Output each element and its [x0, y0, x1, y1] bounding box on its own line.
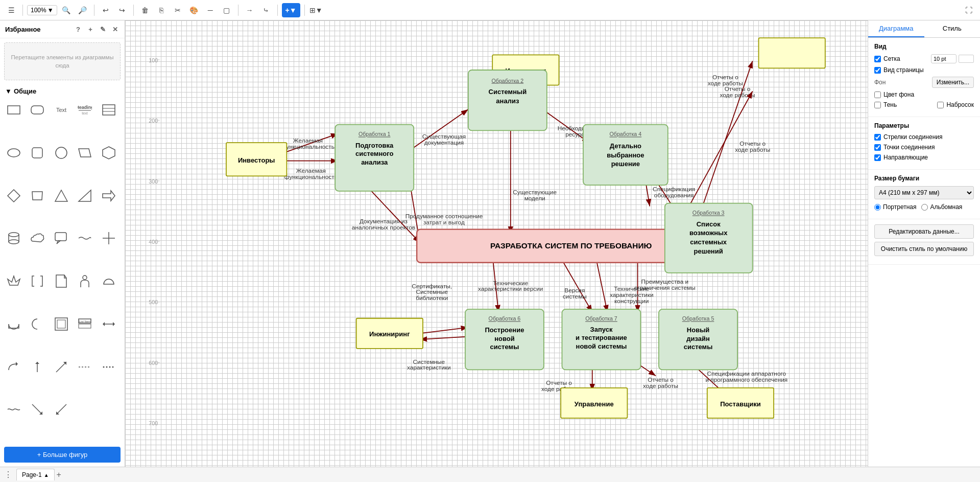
zoom-control[interactable]: 100% ▼: [27, 5, 57, 15]
tab-menu-icon[interactable]: ⋮: [4, 470, 12, 479]
arrows-checkbox[interactable]: Стрелки соединения: [874, 133, 942, 141]
shape-parallelogram[interactable]: [75, 143, 94, 163]
shape-trapezoid[interactable]: [28, 186, 47, 205]
edit-data-btn[interactable]: Редактировать данные...: [874, 224, 974, 239]
arrows-check[interactable]: [874, 134, 881, 141]
shape-triangle[interactable]: [52, 186, 71, 205]
points-check[interactable]: [874, 144, 881, 151]
shape-double-arrow[interactable]: [99, 314, 118, 334]
fullscreen-btn[interactable]: ⛶: [962, 3, 976, 17]
shape-half-circle[interactable]: [4, 314, 23, 334]
shape-curved-arrow[interactable]: [4, 357, 23, 377]
shape-arrow-up[interactable]: [28, 357, 47, 377]
tab-diagram[interactable]: Диаграмма: [868, 20, 924, 37]
shape-cloud[interactable]: [28, 228, 47, 248]
arrow-btn[interactable]: →: [243, 3, 257, 17]
shape-callout[interactable]: [52, 228, 71, 248]
shape-heading[interactable]: Headingtext: [75, 100, 94, 120]
shape-rectangle[interactable]: [4, 100, 23, 120]
delete-btn[interactable]: 🗑: [138, 3, 152, 17]
shape-rounded-square[interactable]: [28, 143, 47, 163]
shape-dots-line[interactable]: [99, 357, 118, 377]
shape-star[interactable]: [4, 271, 23, 291]
edit-icon[interactable]: ✎: [98, 25, 107, 34]
shape-text[interactable]: Text: [52, 100, 71, 120]
shape-rounded-rect[interactable]: [28, 100, 47, 120]
page-tabs: ⋮ Page-1 ▲ +: [0, 467, 980, 482]
shape-wave[interactable]: [4, 400, 23, 419]
waypoint-btn[interactable]: ⤷: [259, 3, 273, 17]
guides-check[interactable]: [874, 154, 881, 161]
tab-style[interactable]: Стиль: [924, 20, 981, 37]
guides-checkbox[interactable]: Направляющие: [874, 154, 928, 161]
landscape-radio-label[interactable]: Альбомная: [921, 203, 962, 211]
shape-cylinder[interactable]: [4, 228, 23, 248]
menu-btn[interactable]: ☰: [4, 3, 18, 17]
help-icon[interactable]: ?: [74, 25, 83, 34]
shape-dotted-line[interactable]: [75, 357, 94, 377]
shape-arrow-diagonal[interactable]: [52, 357, 71, 377]
shape-bracket[interactable]: [28, 271, 47, 291]
svg-text:оборудования: оборудования: [654, 192, 694, 199]
cut-btn[interactable]: ✂: [171, 3, 185, 17]
bg-color-checkbox[interactable]: Цвет фона: [874, 91, 914, 98]
shape-moon[interactable]: [28, 314, 47, 334]
svg-marker-36: [16, 362, 18, 366]
add-icon[interactable]: +: [86, 25, 95, 34]
sketch-check[interactable]: [937, 102, 944, 108]
shape-right-triangle[interactable]: [75, 186, 94, 205]
shape-doc[interactable]: [52, 271, 71, 291]
grid-check-input[interactable]: [874, 56, 881, 62]
shape-wavy[interactable]: [75, 228, 94, 248]
page-view-checkbox[interactable]: Вид страницы: [874, 66, 924, 74]
shape-cross[interactable]: [99, 228, 118, 248]
grid-size-input[interactable]: [931, 54, 957, 63]
shape-hexagon[interactable]: [99, 143, 118, 163]
shape-frame[interactable]: [52, 314, 71, 334]
shape-diagonal-arrow[interactable]: [28, 400, 47, 419]
redo-btn[interactable]: ↪: [115, 3, 129, 17]
landscape-radio[interactable]: [921, 204, 928, 211]
shadow-checkbox[interactable]: Тень: [874, 101, 897, 108]
bg-color-check[interactable]: [874, 91, 881, 98]
paper-size-select[interactable]: A4 (210 мм x 297 мм): [874, 186, 974, 199]
shadow-check[interactable]: [874, 102, 881, 108]
clear-style-btn[interactable]: Очистить стиль по умолчанию: [874, 242, 974, 256]
shape-list-item[interactable]: List Item: [75, 314, 94, 334]
undo-btn[interactable]: ↩: [99, 3, 113, 17]
portrait-radio-label[interactable]: Портретная: [874, 203, 916, 211]
zoom-in-btn[interactable]: 🔍: [59, 3, 74, 17]
table-btn[interactable]: ⊞▼: [309, 3, 323, 17]
shape-list[interactable]: [99, 100, 118, 120]
shape-semicircle[interactable]: [99, 271, 118, 291]
grid-checkbox[interactable]: Сетка: [874, 55, 900, 62]
border-btn[interactable]: ▢: [220, 3, 234, 17]
shape-person[interactable]: [75, 271, 94, 291]
svg-text:конструкции: конструкции: [614, 297, 649, 305]
fill-btn[interactable]: 🎨: [187, 3, 201, 17]
add-page-icon[interactable]: +: [57, 470, 61, 479]
shape-angled-arrow[interactable]: [52, 400, 71, 419]
page-1-tab[interactable]: Page-1 ▲: [16, 469, 55, 480]
add-btn[interactable]: +▼: [282, 3, 300, 17]
portrait-radio[interactable]: [874, 204, 881, 211]
svg-marker-24: [57, 241, 60, 244]
svg-text:аналогичных проектов: аналогичных проектов: [352, 224, 415, 231]
shape-diamond[interactable]: [4, 186, 23, 205]
shape-arrow-right[interactable]: [99, 186, 118, 205]
shape-ellipse[interactable]: [4, 143, 23, 163]
line-btn[interactable]: ─: [203, 3, 218, 17]
page-view-check-input[interactable]: [874, 67, 881, 74]
canvas[interactable]: 100 200 300 400 500 600 700 800 100 200 …: [125, 20, 868, 467]
points-checkbox[interactable]: Точки соединения: [874, 144, 935, 151]
sketch-checkbox[interactable]: Набросок: [937, 101, 974, 108]
grid-color-box[interactable]: [959, 55, 974, 63]
more-shapes-btn[interactable]: + Больше фигур: [4, 447, 121, 463]
background-btn[interactable]: Изменить...: [932, 77, 974, 88]
copy-btn[interactable]: ⎘: [154, 3, 169, 17]
canvas-area[interactable]: 100 200 300 400 500 600 700 800 100 200 …: [125, 20, 868, 467]
close-icon[interactable]: ✕: [110, 25, 119, 34]
shapes-header[interactable]: ▼ Общие: [0, 84, 125, 98]
shape-circle[interactable]: [52, 143, 71, 163]
zoom-out-btn[interactable]: 🔎: [76, 3, 90, 17]
